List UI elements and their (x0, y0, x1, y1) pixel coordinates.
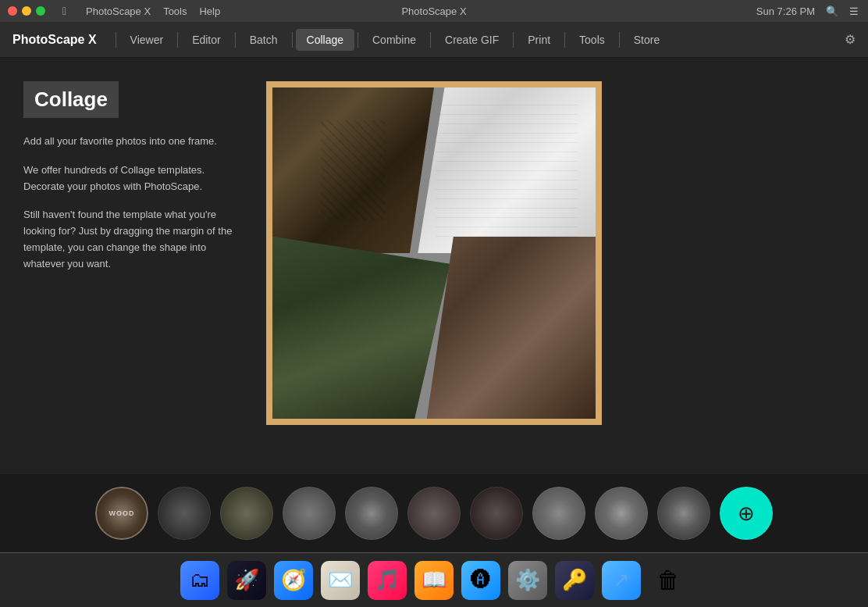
thumbnail-6[interactable] (407, 487, 461, 540)
collage-quad-top-left (272, 87, 434, 253)
dock: 🗂 🚀 🧭 ✉️ 🎵 📖 🅐 ⚙️ 🔑 ↗ 🗑 (0, 552, 868, 607)
collage-desc-1: Add all your favorite photos into one fr… (23, 134, 242, 150)
thumbnail-2[interactable] (158, 487, 211, 540)
minimize-button[interactable] (22, 6, 31, 16)
titlebar-time: Sun 7:26 PM (756, 5, 815, 17)
thumbnail-9[interactable] (595, 487, 648, 540)
dock-system-prefs[interactable]: ⚙️ (508, 561, 547, 600)
dock-trash[interactable]: 🗑 (649, 561, 688, 600)
sysprefs-icon: ⚙️ (515, 568, 540, 592)
close-button[interactable] (8, 6, 17, 16)
thumbnail-3[interactable] (220, 487, 273, 540)
titlebar:  PhotoScape X Tools Help PhotoScape X S… (0, 0, 868, 22)
appstore-icon: 🅐 (471, 568, 491, 592)
launchpad-icon: 🚀 (234, 568, 259, 592)
gear-icon[interactable]: ⚙ (845, 32, 856, 47)
nav-separator-9 (619, 32, 620, 48)
nav-store[interactable]: Store (623, 29, 671, 51)
navbar: PhotoScape X Viewer Editor Batch Collage… (0, 22, 868, 58)
thumbnail-1[interactable]: WOOD (95, 487, 148, 540)
nav-collage[interactable]: Collage (296, 29, 354, 51)
nav-tools[interactable]: Tools (568, 29, 616, 51)
nav-separator-3 (235, 32, 236, 48)
collage-quad-top-right (418, 87, 596, 253)
nav-separator-1 (116, 32, 116, 48)
menu-tools[interactable]: Tools (163, 5, 187, 17)
dock-music[interactable]: 🎵 (368, 561, 407, 600)
list-icon[interactable]: ☰ (849, 5, 859, 17)
nav-brand[interactable]: PhotoScape X (12, 33, 97, 47)
left-panel: Collage Add all your favorite photos int… (23, 81, 242, 285)
dock-migrate[interactable]: ↗ (602, 561, 641, 600)
collage-quad-bottom-left (272, 237, 450, 419)
main-content: Collage Add all your favorite photos int… (0, 58, 868, 552)
dock-safari[interactable]: 🧭 (274, 561, 313, 600)
nav-separator-6 (430, 32, 431, 48)
thumbnail-10[interactable] (657, 487, 710, 540)
nav-separator-8 (564, 32, 565, 48)
titlebar-controls (8, 6, 45, 16)
thumbnail-8[interactable] (532, 487, 585, 540)
thumbnail-search[interactable]: ⊕ (720, 487, 773, 540)
nav-separator-7 (513, 32, 514, 48)
nav-combine[interactable]: Combine (361, 29, 427, 51)
dock-finder[interactable]: 🗂 (180, 561, 219, 600)
dock-books[interactable]: 📖 (414, 561, 454, 600)
collage-area: Collage Add all your favorite photos int… (0, 58, 868, 474)
nav-separator-2 (177, 32, 178, 48)
nav-batch[interactable]: Batch (239, 29, 289, 51)
dock-mail[interactable]: ✉️ (321, 561, 360, 600)
nav-editor[interactable]: Editor (181, 29, 232, 51)
dock-gpg[interactable]: 🔑 (555, 561, 594, 600)
collage-desc-2: We offer hundreds of Collage templates. … (23, 162, 242, 195)
gpg-icon: 🔑 (562, 568, 587, 592)
search-icon[interactable]: 🔍 (826, 5, 838, 17)
collage-desc-3: Still haven't found the template what yo… (23, 207, 242, 272)
nav-viewer[interactable]: Viewer (119, 29, 175, 51)
menu-help[interactable]: Help (199, 5, 220, 17)
nav-create-gif[interactable]: Create GIF (434, 29, 510, 51)
titlebar-right: Sun 7:26 PM 🔍 ☰ (756, 5, 859, 17)
books-icon: 📖 (422, 568, 446, 592)
nav-separator-5 (358, 32, 358, 48)
trash-icon: 🗑 (656, 567, 680, 594)
thumbnail-7[interactable] (470, 487, 523, 540)
titlebar-menu: PhotoScape X Tools Help (86, 5, 220, 17)
collage-frame[interactable] (266, 81, 602, 425)
music-icon: 🎵 (375, 568, 400, 592)
maximize-button[interactable] (36, 6, 45, 16)
finder-icon: 🗂 (190, 568, 210, 592)
apple-menu-icon[interactable]:  (62, 5, 66, 17)
thumb-label-wood: WOOD (95, 487, 148, 540)
nav-separator-4 (292, 32, 293, 48)
nav-print[interactable]: Print (517, 29, 561, 51)
collage-title: Collage (23, 81, 119, 118)
window-title: PhotoScape X (401, 5, 466, 17)
menu-app[interactable]: PhotoScape X (86, 5, 151, 17)
thumbnail-4[interactable] (283, 487, 336, 540)
migrate-icon: ↗ (613, 568, 630, 592)
dock-launchpad[interactable]: 🚀 (227, 561, 266, 600)
thumbnail-5[interactable] (345, 487, 398, 540)
safari-icon: 🧭 (281, 568, 306, 592)
thumbnails-strip: WOOD ⊕ (0, 474, 868, 552)
search-thumbnail-icon: ⊕ (738, 502, 755, 526)
dock-appstore[interactable]: 🅐 (461, 561, 500, 600)
mail-icon: ✉️ (328, 568, 353, 592)
